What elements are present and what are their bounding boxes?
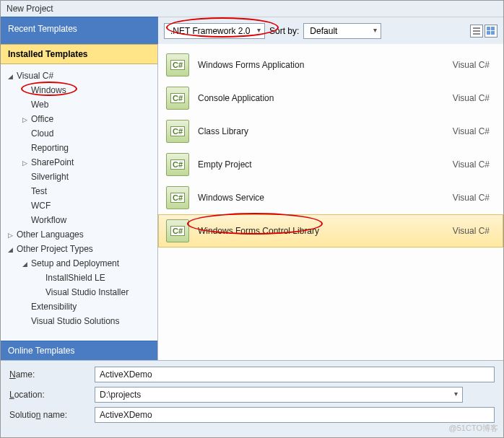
- tree-item[interactable]: ▷Office: [1, 112, 157, 126]
- tree-item[interactable]: Workflow: [1, 213, 157, 227]
- csharp-project-icon: C#: [166, 87, 189, 110]
- view-grid-button[interactable]: [485, 25, 498, 38]
- name-label: Name:: [9, 369, 89, 380]
- template-list: C#Windows Forms ApplicationVisual C#C#Co…: [158, 44, 503, 360]
- template-name: Windows Forms Application: [198, 60, 444, 70]
- tree-arrow-icon: ▷: [8, 232, 17, 239]
- location-label: Location:: [9, 390, 89, 400]
- tree-arrow-icon: ◢: [8, 246, 17, 253]
- name-input[interactable]: [95, 367, 495, 382]
- tree-arrow-icon: ◢: [22, 260, 31, 268]
- template-language: Visual C#: [453, 193, 495, 203]
- tree-item[interactable]: Windows: [1, 83, 157, 97]
- tree-item[interactable]: ◢Visual C#: [1, 69, 157, 83]
- template-item[interactable]: C#Class LibraryVisual C#: [158, 115, 503, 148]
- template-language: Visual C#: [453, 226, 495, 236]
- tree-item[interactable]: InstallShield LE: [1, 271, 157, 285]
- csharp-project-icon: C#: [166, 153, 189, 176]
- tree-item[interactable]: Web: [1, 97, 157, 112]
- view-list-button[interactable]: [470, 25, 483, 38]
- tree-item[interactable]: Extensibility: [1, 299, 157, 314]
- sort-dropdown[interactable]: Default: [303, 23, 381, 39]
- csharp-project-icon: C#: [166, 186, 189, 209]
- sort-label: Sort by:: [269, 26, 299, 36]
- window-title: New Project: [1, 1, 503, 17]
- tree-arrow-icon: ◢: [8, 73, 17, 80]
- csharp-project-icon: C#: [166, 120, 189, 143]
- framework-dropdown[interactable]: .NET Framework 2.0: [164, 23, 265, 39]
- template-item[interactable]: C#Windows Forms ApplicationVisual C#: [158, 48, 503, 82]
- tree-item[interactable]: ◢Other Project Types: [1, 242, 157, 256]
- tree-item[interactable]: WCF: [1, 198, 157, 213]
- location-combo[interactable]: D:\projects: [95, 387, 463, 403]
- tree-item[interactable]: Visual Studio Installer: [1, 285, 157, 299]
- toolbar: .NET Framework 2.0 Sort by: Default: [158, 17, 503, 44]
- solution-input[interactable]: [95, 407, 495, 423]
- tree-arrow-icon: ▷: [22, 116, 31, 123]
- csharp-project-icon: C#: [166, 53, 189, 76]
- tree-arrow-icon: ▷: [22, 159, 31, 167]
- template-language: Visual C#: [453, 60, 495, 70]
- template-name: Empty Project: [198, 159, 444, 170]
- tree-item[interactable]: ▷SharePoint: [1, 155, 157, 170]
- tree-item[interactable]: ▷Other Languages: [1, 227, 157, 242]
- csharp-project-icon: C#: [166, 219, 189, 242]
- installed-templates-header[interactable]: Installed Templates: [1, 44, 157, 64]
- tree-item[interactable]: Silverlight: [1, 170, 157, 184]
- template-item[interactable]: C#Windows Forms Control LibraryVisual C#: [158, 214, 503, 248]
- template-name: Class Library: [198, 126, 444, 136]
- solution-label: Solution name:: [9, 410, 89, 420]
- tree-item[interactable]: Cloud: [1, 126, 157, 141]
- template-name: Windows Forms Control Library: [198, 226, 444, 236]
- online-templates-header[interactable]: Online Templates: [1, 341, 157, 360]
- watermark: @51CTO博客: [449, 423, 498, 434]
- recent-templates-header[interactable]: Recent Templates: [1, 17, 158, 44]
- sidebar: Installed Templates ◢Visual C#WindowsWeb…: [1, 44, 158, 360]
- tree-item[interactable]: Visual Studio Solutions: [1, 314, 157, 328]
- template-tree[interactable]: ◢Visual C#WindowsWeb▷OfficeCloudReportin…: [1, 64, 157, 341]
- template-name: Console Application: [198, 93, 444, 103]
- tree-item[interactable]: Reporting: [1, 141, 157, 155]
- template-language: Visual C#: [453, 93, 495, 103]
- template-language: Visual C#: [453, 159, 495, 170]
- template-item[interactable]: C#Windows ServiceVisual C#: [158, 181, 503, 214]
- tree-item[interactable]: Test: [1, 184, 157, 198]
- bottom-panel: Name: Location: D:\projects Solution nam…: [1, 360, 503, 433]
- template-language: Visual C#: [453, 126, 495, 136]
- template-name: Windows Service: [198, 193, 444, 203]
- tree-item[interactable]: ◢Setup and Deployment: [1, 256, 157, 271]
- template-item[interactable]: C#Empty ProjectVisual C#: [158, 148, 503, 181]
- template-item[interactable]: C#Console ApplicationVisual C#: [158, 82, 503, 115]
